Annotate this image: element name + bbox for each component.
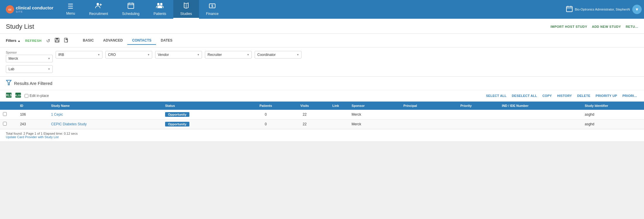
row-2-study-identifier: asghd bbox=[582, 119, 644, 129]
nav-user-avatar[interactable]: ▼ bbox=[632, 5, 642, 14]
col-header-status[interactable]: Status bbox=[162, 102, 245, 110]
row-1-check[interactable] bbox=[0, 110, 17, 119]
lab-select[interactable]: Lab bbox=[6, 65, 53, 73]
row-1-checkbox[interactable] bbox=[3, 112, 7, 116]
table-header-row: ID Study Name Status Patients Visits Lin… bbox=[0, 102, 644, 110]
nav-patients-label: Patients bbox=[153, 12, 166, 16]
svg-text:XLS: XLS bbox=[6, 94, 12, 97]
svg-rect-5 bbox=[128, 3, 134, 8]
studies-icon bbox=[183, 2, 189, 11]
vendor-select[interactable]: Vendor bbox=[155, 51, 202, 59]
vendor-select-wrapper: Vendor bbox=[155, 51, 202, 59]
footer-update-card-link[interactable]: Update Card Provider with Study List bbox=[6, 135, 59, 139]
svg-point-9 bbox=[157, 3, 160, 5]
irb-filter-group: IRB bbox=[56, 51, 102, 62]
sponsor-select[interactable]: Merck bbox=[6, 55, 53, 62]
save-filter-icon[interactable] bbox=[55, 38, 59, 44]
coordinator-select[interactable]: Coordinator bbox=[255, 51, 302, 59]
row-1-visits: 22 bbox=[287, 110, 323, 119]
calendar-icon[interactable] bbox=[566, 6, 573, 13]
nav-recruitment[interactable]: Recruitment bbox=[82, 0, 115, 19]
row-2-link bbox=[323, 119, 349, 129]
filters-bar: Filters ▲ REFRESH ↺ BASIC ADVANCED CONTA… bbox=[0, 34, 644, 47]
col-header-principal[interactable]: Principal bbox=[400, 102, 458, 110]
row-1-ind-ide bbox=[499, 110, 582, 119]
row-2-sponsor: Merck bbox=[349, 119, 400, 129]
priority-up-button[interactable]: PRIORITY UP bbox=[595, 93, 618, 98]
edit-in-place-checkbox[interactable] bbox=[25, 94, 28, 98]
studies-table-container: ID Study Name Status Patients Visits Lin… bbox=[0, 102, 644, 129]
recruiter-select[interactable]: Recruiter bbox=[205, 51, 252, 59]
priority-down-button[interactable]: PRIORI... bbox=[621, 93, 638, 98]
col-header-patients[interactable]: Patients bbox=[245, 102, 287, 110]
nav-studies-label: Studies bbox=[180, 12, 192, 16]
deselect-all-button[interactable]: DESELECT ALL bbox=[511, 93, 538, 98]
select-all-button[interactable]: SELECT ALL bbox=[485, 93, 508, 98]
copy-button[interactable]: COPY bbox=[541, 93, 553, 98]
table-row: 243 CEPIC Diabetes Study Opportunity 0 2… bbox=[0, 119, 644, 129]
col-header-ind-ide[interactable]: IND / IDE Number bbox=[499, 102, 582, 110]
nav-finance-label: Finance bbox=[206, 12, 219, 16]
delete-button[interactable]: DELETE bbox=[576, 93, 592, 98]
col-header-link[interactable]: Link bbox=[323, 102, 349, 110]
page-title: Study List bbox=[6, 23, 34, 30]
vendor-filter-group: Vendor bbox=[155, 51, 202, 62]
tab-basic[interactable]: BASIC bbox=[78, 37, 98, 45]
filter-arrow-icon: ▲ bbox=[18, 39, 20, 42]
cro-select[interactable]: CRO bbox=[105, 51, 152, 59]
col-header-priority[interactable]: Priority bbox=[458, 102, 499, 110]
history-button[interactable]: HISTORY bbox=[556, 93, 573, 98]
refresh-button[interactable]: REFRESH bbox=[25, 39, 42, 42]
tab-contacts[interactable]: CONTACTS bbox=[127, 37, 156, 45]
row-2-study-link[interactable]: CEPIC Diabetes Study bbox=[51, 122, 87, 126]
toolbar-right: SELECT ALL DESELECT ALL COPY HISTORY DEL… bbox=[485, 93, 638, 98]
export-filter-icon[interactable] bbox=[64, 38, 69, 44]
brand-icon: cc bbox=[6, 5, 14, 13]
svg-rect-19 bbox=[56, 38, 58, 40]
row-2-check[interactable] bbox=[0, 119, 17, 129]
nav-patients[interactable]: Patients bbox=[146, 0, 173, 19]
results-filtered-text: Results Are Filtered bbox=[14, 81, 52, 86]
row-2-checkbox[interactable] bbox=[3, 122, 7, 126]
nav-items: ☰ Menu Recruitment Scheduling Patients bbox=[59, 0, 225, 19]
nav-scheduling[interactable]: Scheduling bbox=[115, 0, 146, 19]
sponsor-filter-group: Sponsor Merck bbox=[6, 51, 53, 62]
row-2-ind-ide bbox=[499, 119, 582, 129]
menu-icon: ☰ bbox=[68, 3, 73, 10]
filter-funnel-icon bbox=[6, 80, 12, 87]
col-header-check bbox=[0, 102, 17, 110]
row-2-visits: 22 bbox=[287, 119, 323, 129]
col-header-id[interactable]: ID bbox=[17, 102, 48, 110]
top-navigation: cc clinical conductor SITE ☰ Menu Recrui… bbox=[0, 0, 644, 19]
nav-finance[interactable]: $ Finance bbox=[199, 0, 226, 19]
row-1-study-name[interactable]: 1 Cepic bbox=[48, 110, 162, 119]
coordinator-select-wrapper: Coordinator bbox=[255, 51, 302, 59]
edit-in-place-toggle[interactable]: Edit in-place bbox=[25, 94, 49, 98]
lab-filter-group: Lab bbox=[6, 65, 53, 73]
svg-marker-24 bbox=[6, 80, 11, 85]
nav-user-text[interactable]: Bio-Optronics Administrator, StephenN bbox=[575, 8, 630, 11]
excel-export-icon[interactable]: XLS bbox=[6, 93, 12, 99]
excel2-export-icon[interactable]: XLSX bbox=[15, 93, 21, 99]
col-header-study-identifier[interactable]: Study Identifier bbox=[582, 102, 644, 110]
return-button[interactable]: RETU... bbox=[626, 25, 638, 28]
tab-dates[interactable]: DATES bbox=[156, 37, 177, 45]
row-1-study-link[interactable]: 1 Cepic bbox=[51, 112, 63, 117]
add-new-study-button[interactable]: ADD NEW STUDY bbox=[592, 25, 621, 28]
irb-select[interactable]: IRB bbox=[56, 51, 102, 59]
tab-advanced[interactable]: ADVANCED bbox=[98, 37, 127, 45]
reset-filter-icon[interactable]: ↺ bbox=[46, 38, 50, 44]
row-1-link bbox=[323, 110, 349, 119]
filters-top: Filters ▲ REFRESH ↺ BASIC ADVANCED CONTA… bbox=[6, 37, 638, 47]
row-2-study-name[interactable]: CEPIC Diabetes Study bbox=[48, 119, 162, 129]
row-2-id: 243 bbox=[17, 119, 48, 129]
import-host-study-button[interactable]: IMPORT HOST STUDY bbox=[551, 25, 587, 28]
finance-icon: $ bbox=[209, 2, 215, 11]
col-header-study-name[interactable]: Study Name bbox=[48, 102, 162, 110]
page-actions: IMPORT HOST STUDY ADD NEW STUDY RETU... bbox=[551, 25, 638, 28]
col-header-sponsor[interactable]: Sponsor bbox=[349, 102, 400, 110]
col-header-visits[interactable]: Visits bbox=[287, 102, 323, 110]
nav-studies[interactable]: Studies bbox=[173, 0, 199, 19]
nav-menu[interactable]: ☰ Menu bbox=[59, 0, 82, 19]
recruiter-filter-group: Recruiter bbox=[205, 51, 252, 62]
